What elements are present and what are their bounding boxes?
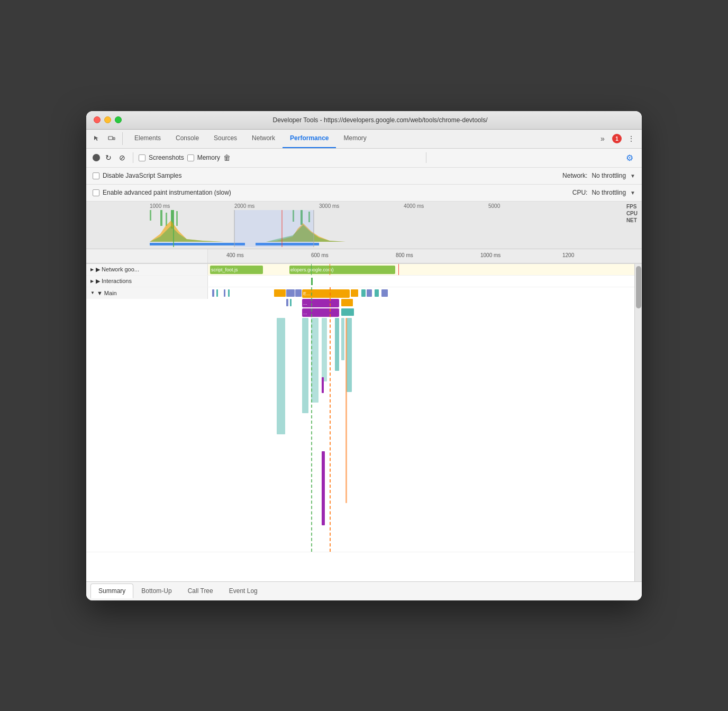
flame-tall-4[interactable]: [322, 318, 327, 381]
flame-purple-2[interactable]: [295, 289, 302, 297]
bottom-tab-summary[interactable]: Summary: [90, 584, 133, 598]
memory-checkbox-label[interactable]: Memory: [187, 154, 220, 161]
interactions-expand-icon[interactable]: ▶: [90, 279, 94, 284]
enable-paint-item[interactable]: Enable advanced paint instrumentation (s…: [93, 189, 231, 196]
flame-purple-1[interactable]: [286, 289, 295, 297]
flame-mid-2[interactable]: [341, 318, 344, 360]
flame-r3-1[interactable]: [341, 308, 354, 316]
interactions-row-label[interactable]: ▶ ▶ Interactions: [86, 276, 208, 287]
delete-button[interactable]: 🗑: [223, 153, 231, 162]
screenshots-checkbox-label[interactable]: Screenshots: [139, 154, 184, 161]
tab-network[interactable]: Network: [244, 129, 283, 148]
ms-2000: 2000 ms: [234, 203, 254, 209]
tab-bar: Elements Console Sources Network Perform…: [86, 130, 642, 149]
network-block-1[interactable]: script_foot.js: [210, 266, 263, 274]
flame-tall-3[interactable]: [311, 318, 319, 403]
title-bar: Developer Tools - https://developers.goo…: [86, 111, 642, 130]
tab-memory[interactable]: Memory: [336, 129, 374, 148]
disable-js-checkbox[interactable]: [93, 172, 99, 179]
vline-orange-main: [330, 287, 331, 552]
flame-tall-2[interactable]: [302, 318, 308, 413]
cpu-dropdown[interactable]: CPU: No throttling ▼: [572, 189, 635, 196]
bottom-tab-bottomup[interactable]: Bottom-Up: [133, 584, 179, 598]
screenshots-checkbox[interactable]: [139, 154, 145, 161]
flame-orange-1[interactable]: [274, 289, 286, 297]
flame-r2-1[interactable]: [286, 299, 288, 306]
ms-5000: 5000: [488, 203, 500, 209]
main-row[interactable]: ▼ ▼ Main E...: [86, 287, 634, 552]
flame-purple-3[interactable]: [367, 289, 372, 297]
flame-paren-2[interactable]: ...: [302, 308, 339, 317]
ms-1000: 1000 ms: [150, 203, 170, 209]
tab-performance[interactable]: Performance: [283, 129, 336, 148]
svg-rect-15: [234, 210, 314, 247]
flame-teal-1[interactable]: [361, 289, 366, 297]
more-tabs-button[interactable]: »: [596, 132, 609, 145]
bottom-tab-calltree[interactable]: Call Tree: [180, 584, 221, 598]
flame-purple-small[interactable]: [322, 377, 324, 393]
flame-orange-2[interactable]: [351, 289, 358, 297]
flame-chart[interactable]: ▶ ▶ Network goo... script_foot.js eloper…: [86, 264, 634, 581]
more-options-button[interactable]: ⋮: [625, 132, 638, 145]
reload-button[interactable]: ↻: [103, 152, 114, 163]
select-element-icon[interactable]: [90, 132, 103, 145]
svg-rect-6: [176, 211, 178, 226]
memory-checkbox[interactable]: [187, 154, 194, 161]
detail-ms-800: 800 ms: [396, 252, 413, 258]
interaction-mark: [311, 278, 313, 285]
flame-tiny-3[interactable]: [224, 289, 225, 297]
svg-rect-1: [113, 138, 115, 140]
tab-elements[interactable]: Elements: [127, 129, 168, 148]
flame-r2-3[interactable]: [341, 299, 353, 306]
main-row-label[interactable]: ▼ ▼ Main: [86, 287, 208, 299]
traffic-lights: [94, 116, 122, 123]
tab-sources[interactable]: Sources: [206, 129, 244, 148]
scrollbar-thumb[interactable]: [636, 266, 641, 308]
ms-3000: 3000 ms: [319, 203, 339, 209]
disable-js-samples-item[interactable]: Disable JavaScript Samples: [93, 172, 181, 179]
network-expand-icon[interactable]: ▶: [90, 267, 94, 272]
timeline-overview[interactable]: 1000 ms 2000 ms 3000 ms 4000 ms 5000 FPS…: [86, 202, 642, 249]
flame-mid-1[interactable]: [335, 318, 339, 371]
network-block-2[interactable]: elopers.google.com): [289, 266, 395, 274]
clear-button[interactable]: ⊘: [117, 152, 128, 163]
close-button[interactable]: [94, 116, 101, 123]
flame-e-block[interactable]: E...: [302, 289, 350, 298]
flame-orange-tall[interactable]: [345, 318, 347, 503]
flame-teal-2[interactable]: [375, 289, 379, 297]
network-dropdown[interactable]: Network: No throttling ▼: [562, 172, 635, 179]
bottom-tab-eventlog[interactable]: Event Log: [221, 584, 266, 598]
network-row[interactable]: ▶ ▶ Network goo... script_foot.js eloper…: [86, 264, 634, 276]
flame-paren-1[interactable]: ...: [302, 299, 339, 307]
settings-button[interactable]: ⚙: [624, 152, 635, 163]
maximize-button[interactable]: [115, 116, 122, 123]
flame-tiny-4[interactable]: [228, 289, 230, 297]
flame-purple-4[interactable]: [381, 289, 388, 297]
detail-timeline: 400 ms 600 ms 800 ms 1000 ms 1200: [86, 249, 642, 264]
ms-4000: 4000 ms: [404, 203, 424, 209]
flame-purple-tall[interactable]: [322, 472, 325, 525]
tab-console[interactable]: Console: [168, 129, 206, 148]
enable-paint-checkbox[interactable]: [93, 189, 99, 196]
main-tabs: Elements Console Sources Network Perform…: [127, 129, 596, 148]
settings-bar-row2: Enable advanced paint instrumentation (s…: [86, 185, 642, 202]
flame-mid-3[interactable]: [347, 318, 352, 392]
error-badge: 1: [612, 134, 622, 143]
interactions-row[interactable]: ▶ ▶ Interactions: [86, 276, 634, 287]
toggle-device-icon[interactable]: [105, 132, 118, 145]
cpu-dropdown-arrow: ▼: [630, 190, 635, 196]
minimize-button[interactable]: [104, 116, 111, 123]
record-button[interactable]: [93, 154, 100, 161]
flame-tiny-2[interactable]: [216, 289, 218, 297]
network-row-label[interactable]: ▶ ▶ Network goo...: [86, 264, 208, 275]
network-row-content: script_foot.js elopers.google.com): [208, 264, 634, 275]
devtools-window: Developer Tools - https://developers.goo…: [86, 111, 642, 600]
flame-r2-2[interactable]: [290, 299, 292, 306]
flame-tall-1[interactable]: [277, 318, 285, 434]
toolbar: ↻ ⊘ Screenshots Memory 🗑 ⚙: [86, 149, 642, 168]
svg-rect-0: [108, 136, 113, 140]
scrollbar[interactable]: [634, 264, 642, 581]
main-expand-icon[interactable]: ▼: [90, 290, 95, 295]
main-row-text: ▼ Main: [97, 290, 117, 296]
flame-tiny-1[interactable]: [212, 289, 214, 297]
